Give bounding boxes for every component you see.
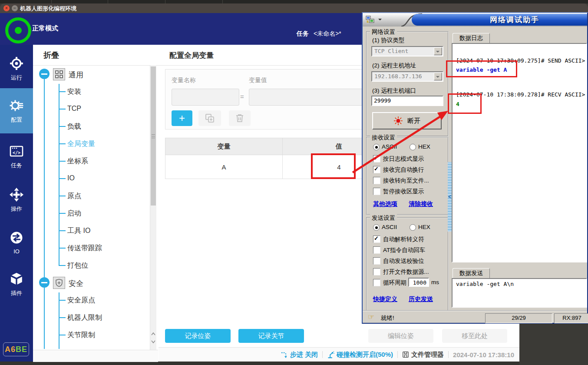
cycle-input[interactable]: 1000 [408,278,429,287]
tree-item-joint-limit[interactable]: 关节限制 [67,331,95,340]
chevron-down-icon[interactable] [378,19,382,22]
host-combo[interactable]: 192.168.37.136 [371,71,443,82]
receive-settings-label: 接收设置 [370,134,397,142]
history-send-link[interactable]: 历史发送 [409,295,433,303]
tree-hscroll-track[interactable] [33,350,158,362]
tree-tick [59,213,66,214]
move-here-button[interactable]: 移至此处 [442,329,507,343]
send-hex-radio[interactable] [410,224,416,231]
sidebar-item-io[interactable]: IO [0,226,33,259]
scroll-down-icon[interactable] [151,337,155,345]
sidebar-item-plugin[interactable]: 插件 [0,267,33,301]
record-joint-button[interactable]: 记录关节 [238,329,304,343]
redirect-file-checkbox[interactable] [373,177,380,184]
file-manager-label: 文件管理器 [411,351,444,359]
receive-settings-group: 接收设置 ASCII HEX 按日志模式显示 接收完自动换行 接收转向至文件..… [366,137,449,215]
edit-pose-button[interactable]: 编辑位姿 [368,329,433,343]
collision-status[interactable]: 碰撞检测开启(50%) [327,351,393,359]
file-manager-entry[interactable]: 文件管理器 [402,351,444,359]
send-ascii-radio[interactable] [373,224,380,231]
var-name-input[interactable] [172,89,239,106]
tree-item-payload[interactable]: 负载 [67,122,81,131]
protocol-value: TCP Client [374,48,408,54]
sidebar-item-run[interactable]: 运行 [0,51,33,86]
tree-tick [59,126,66,127]
recv-hex-label: HEX [418,143,430,150]
tree-group-safety[interactable]: 安全 [69,279,83,289]
step-mode-status[interactable]: 步进 关闭 [281,351,318,359]
logo-letter: 6 [11,345,16,354]
tree-group-general[interactable]: 通用 [69,70,83,80]
duplicate-button[interactable] [198,110,221,126]
collapse-label[interactable]: 折叠 [43,50,59,60]
pause-display-checkbox[interactable] [373,188,380,195]
dropdown-arrow-icon[interactable] [434,73,442,80]
sidebar-item-task[interactable]: </> 任务 [0,139,33,173]
strip-separator [108,0,108,3]
dropdown-arrow-icon[interactable] [434,47,442,55]
at-cr-checkbox[interactable] [373,246,380,254]
host-label: (2) 远程主机地址 [372,62,416,70]
data-send-area[interactable]: variable -get A\n [452,278,587,308]
network-debug-assistant-window: 网络调试助手 网络设置 (1) 协议类型 TCP Client (2) 远程主机… [362,12,588,324]
port-input[interactable]: 29999 [371,96,443,106]
tree-item-startup[interactable]: 启动 [67,209,81,218]
auto-newline-checkbox[interactable] [373,166,380,173]
sidebar-item-label: 操作 [11,205,22,213]
close-icon[interactable]: × [3,5,10,11]
tree-item-home[interactable]: 原点 [67,192,81,201]
task-value: <未命名>* [314,30,341,38]
logo-letter: B [16,345,22,354]
clear-receive-link[interactable]: 清除接收 [409,200,433,208]
escape-parse-checkbox[interactable] [373,236,380,243]
tab-data-send[interactable]: 数据发送 [453,268,490,279]
disconnect-button[interactable]: 断开 [372,112,442,129]
tree-item-tcp[interactable]: TCP [67,105,81,113]
panel-collapse-handle[interactable]: < [448,162,452,232]
host-value: 192.168.37.136 [374,73,422,80]
file-manager-icon [402,351,409,358]
add-variable-button[interactable]: + [172,110,192,126]
tree-item-install[interactable]: 安装 [67,87,81,96]
sidebar-item-config[interactable]: 配置 [0,88,33,133]
recv-ascii-radio[interactable] [373,144,380,150]
tab-data-log[interactable]: 数据日志 [453,33,490,44]
tree-item-robot-limit[interactable]: 机器人限制 [67,313,102,322]
file-source-checkbox[interactable] [373,268,380,275]
cycle-checkbox[interactable] [373,279,380,286]
strip-separator [222,0,223,3]
other-options-link[interactable]: 其他选项 [373,200,397,208]
tree-item-safe-home[interactable]: 安全原点 [67,296,95,305]
protocol-label: (1) 协议类型 [372,36,404,44]
scrollbar-thumb[interactable] [151,66,156,206]
sidebar-item-operate[interactable]: 操作 [0,183,33,217]
equals-sign: = [240,93,244,100]
tree-tick [59,143,66,144]
run-icon [9,56,24,71]
collapse-node-icon[interactable] [39,69,50,79]
tree-item-global-variables[interactable]: 全局变量 [67,139,95,149]
strip-separator [165,0,165,3]
tree-item-conveyor[interactable]: 传送带跟踪 [67,244,102,253]
io-arrows-icon [9,230,24,245]
annotation-box-recv-value [448,93,482,114]
collapse-node-icon[interactable] [39,277,50,288]
tree-item-io[interactable]: IO [67,174,75,182]
auto-checksum-checkbox[interactable] [373,257,380,265]
tree-item-coordinate[interactable]: 坐标系 [67,157,88,166]
tree-item-tool-io[interactable]: 工具 IO [67,226,90,236]
scroll-up-icon[interactable] [151,329,155,337]
minimize-icon[interactable]: − [12,5,18,11]
log-mode-checkbox[interactable] [373,155,380,163]
cell-variable-name[interactable]: A [165,155,283,179]
protocol-combo[interactable]: TCP Client [371,46,443,56]
record-pose-button[interactable]: 记录位姿 [165,329,231,343]
tree-scrollbar[interactable] [150,65,156,350]
recv-hex-radio[interactable] [410,144,416,150]
tree-tick [59,109,66,110]
tree-item-pack-pos[interactable]: 打包位 [67,261,88,270]
trash-icon [235,113,244,123]
quick-define-link[interactable]: 快捷定义 [373,295,397,303]
assistant-titlebar[interactable]: 网络调试助手 [363,13,587,27]
delete-button[interactable] [229,110,251,126]
